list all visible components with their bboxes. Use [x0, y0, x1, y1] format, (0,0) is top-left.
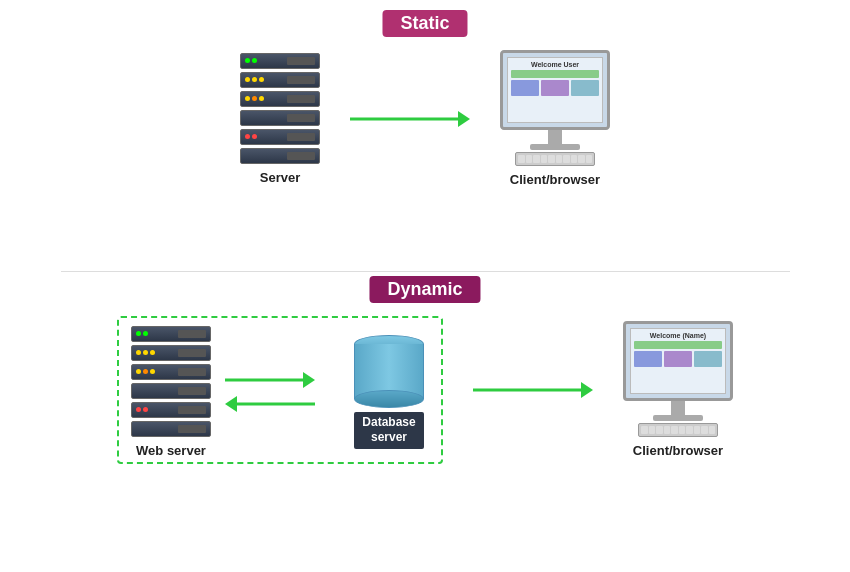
- dynamic-dashed-box: Web server: [117, 316, 443, 464]
- led-yellow-5: [259, 96, 264, 101]
- d-led-y5: [150, 369, 155, 374]
- dynamic-server-label: Web server: [136, 443, 206, 458]
- box-teal: [571, 80, 599, 96]
- bidirectional-arrows: [225, 370, 335, 414]
- d-led-y4: [136, 369, 141, 374]
- static-server-group: Server: [240, 53, 320, 185]
- box-blue: [511, 80, 539, 96]
- key: [571, 155, 578, 163]
- static-client-label: Client/browser: [510, 172, 600, 187]
- d-key: [679, 426, 686, 434]
- d-box-teal: [694, 351, 722, 367]
- static-row: Server Welcome User: [240, 50, 610, 187]
- dynamic-section: Dynamic: [20, 276, 830, 562]
- d-rack-4: [131, 383, 211, 399]
- d-led-g1: [136, 331, 141, 336]
- key: [518, 155, 525, 163]
- d-led-o1: [143, 369, 148, 374]
- d-key: [709, 426, 716, 434]
- d-key: [694, 426, 701, 434]
- key: [533, 155, 540, 163]
- main-container: Static: [0, 0, 850, 572]
- static-arrow: [350, 109, 470, 129]
- led-red-1: [245, 134, 250, 139]
- key: [563, 155, 570, 163]
- database-visual: [349, 335, 429, 408]
- d-monitor-body: Welcome (Name): [623, 321, 733, 401]
- screen-bar-row: [511, 80, 599, 96]
- db-bottom: [354, 390, 424, 408]
- dynamic-client-group: Welcome (Name): [623, 321, 733, 458]
- static-server-rack: [240, 53, 320, 164]
- led-yellow-3: [259, 77, 264, 82]
- led-green-1: [245, 58, 250, 63]
- d-monitor-stand-base: [653, 415, 703, 421]
- led-green-2: [252, 58, 257, 63]
- d-led-y2: [143, 350, 148, 355]
- screen-title-static: Welcome User: [511, 61, 599, 68]
- d-led-y3: [150, 350, 155, 355]
- static-client-group: Welcome User: [500, 50, 610, 187]
- dynamic-badge: Dynamic: [369, 276, 480, 303]
- d-screen-bar-green: [634, 341, 722, 349]
- dynamic-server-group: Web server: [131, 326, 211, 458]
- database-label: Database server: [354, 412, 423, 449]
- key: [526, 155, 533, 163]
- dynamic-monitor: Welcome (Name): [623, 321, 733, 437]
- d-key: [656, 426, 663, 434]
- d-rack-2: [131, 345, 211, 361]
- led-orange-1: [252, 96, 257, 101]
- d-key: [641, 426, 648, 434]
- led-yellow-2: [252, 77, 257, 82]
- rack-unit-1: [240, 53, 320, 69]
- static-server-label: Server: [260, 170, 300, 185]
- monitor-screen: Welcome User: [507, 57, 603, 123]
- monitor-stand-base: [530, 144, 580, 150]
- d-rack-1: [131, 326, 211, 342]
- d-screen-bar-row: [634, 351, 722, 367]
- database-group: Database server: [349, 335, 429, 449]
- key: [541, 155, 548, 163]
- static-section: Static: [20, 10, 830, 267]
- led-yellow-4: [245, 96, 250, 101]
- d-led-r1: [136, 407, 141, 412]
- d-key: [671, 426, 678, 434]
- key: [548, 155, 555, 163]
- arrow-to-db: [225, 370, 315, 390]
- d-rack-3: [131, 364, 211, 380]
- d-monitor-keyboard: [638, 423, 718, 437]
- d-rack-6: [131, 421, 211, 437]
- d-monitor-stand-neck: [671, 401, 685, 415]
- key: [586, 155, 593, 163]
- screen-title-dynamic: Welcome (Name): [634, 332, 722, 339]
- rack-unit-6: [240, 148, 320, 164]
- screen-bar-green: [511, 70, 599, 78]
- arrow-right-static: [350, 109, 470, 129]
- rack-unit-3: [240, 91, 320, 107]
- d-key: [649, 426, 656, 434]
- d-key: [686, 426, 693, 434]
- key: [556, 155, 563, 163]
- dynamic-row: Web server: [117, 316, 733, 464]
- rack-unit-4: [240, 110, 320, 126]
- monitor-body: Welcome User: [500, 50, 610, 130]
- rack-unit-5: [240, 129, 320, 145]
- d-rack-5: [131, 402, 211, 418]
- rack-unit-2: [240, 72, 320, 88]
- dashed-box-inner: Web server: [131, 326, 429, 458]
- d-led-g2: [143, 331, 148, 336]
- dynamic-arrow-to-client: [473, 380, 593, 400]
- dynamic-server-rack: [131, 326, 211, 437]
- d-box-blue: [634, 351, 662, 367]
- d-key: [664, 426, 671, 434]
- led-yellow-1: [245, 77, 250, 82]
- d-box-purple: [664, 351, 692, 367]
- arrow-right-dynamic: [473, 380, 593, 400]
- section-divider: [61, 271, 790, 272]
- dynamic-client-label: Client/browser: [633, 443, 723, 458]
- static-badge: Static: [382, 10, 467, 37]
- d-monitor-screen: Welcome (Name): [630, 328, 726, 394]
- arrow-from-db: [225, 394, 315, 414]
- box-purple: [541, 80, 569, 96]
- d-led-y1: [136, 350, 141, 355]
